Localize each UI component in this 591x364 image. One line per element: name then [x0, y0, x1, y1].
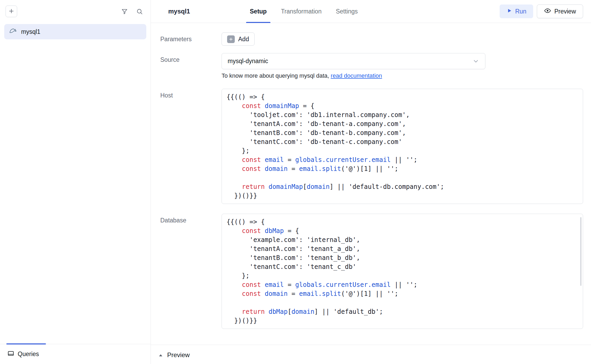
play-icon — [506, 8, 512, 15]
queries-tab-indicator — [6, 343, 46, 344]
tab-setup[interactable]: Setup — [246, 0, 270, 23]
source-label: Source — [160, 53, 222, 63]
host-code-editor[interactable]: {{(() => { const domainMap = { 'tooljet.… — [222, 89, 583, 204]
query-list-panel: mysql1 Queries — [0, 0, 151, 364]
queries-icon — [7, 350, 14, 358]
database-label: Database — [160, 214, 222, 224]
eye-icon — [544, 7, 551, 16]
database-row: Database {{(() => { const dbMap = { 'exa… — [160, 214, 583, 329]
caret-up-icon — [158, 351, 163, 358]
source-row: Source mysql-dynamic To know more about … — [160, 53, 583, 79]
preview-button-label: Preview — [554, 8, 576, 15]
host-row: Host {{(() => { const domainMap = { 'too… — [160, 89, 583, 204]
search-icon[interactable] — [136, 8, 143, 15]
tab-transformation[interactable]: Transformation — [277, 0, 325, 23]
filter-icon[interactable] — [121, 8, 128, 15]
query-list-item-mysql1[interactable]: mysql1 — [4, 24, 146, 39]
mysql-icon — [9, 27, 17, 36]
query-title: mysql1 — [168, 8, 190, 15]
read-documentation-link[interactable]: read documentation — [331, 72, 382, 79]
preview-panel-label: Preview — [167, 351, 190, 359]
add-parameter-label: Add — [238, 36, 249, 43]
scrollbar-thumb[interactable] — [580, 217, 581, 286]
add-parameter-button[interactable]: Add — [222, 32, 255, 46]
query-list-toolbar — [0, 0, 151, 17]
parameters-row: Parameters Add — [160, 32, 583, 46]
header-actions: Run Preview — [500, 4, 583, 18]
query-list: mysql1 — [0, 24, 151, 344]
tab-setup-label: Setup — [250, 8, 267, 15]
source-help-prefix: To know more about querying mysql data, — [222, 72, 331, 79]
queries-footer: Queries — [0, 344, 151, 364]
source-select[interactable]: mysql-dynamic — [222, 53, 485, 69]
preview-button[interactable]: Preview — [537, 4, 583, 18]
host-label: Host — [160, 89, 222, 99]
query-tabs: Setup Transformation Settings — [246, 0, 362, 23]
query-detail-panel: mysql1 Setup Transformation Settings Ru — [151, 0, 591, 364]
source-select-value: mysql-dynamic — [228, 58, 268, 65]
query-editor: mysql1 Queries mysql1 Setup Transformati… — [0, 0, 591, 364]
run-button-label: Run — [515, 8, 526, 15]
chevron-down-icon — [472, 58, 479, 65]
plus-icon — [227, 35, 235, 43]
parameters-label: Parameters — [160, 32, 222, 43]
run-button[interactable]: Run — [500, 4, 533, 18]
add-query-button[interactable] — [6, 6, 17, 17]
queries-tab[interactable]: Queries — [7, 350, 39, 358]
setup-form: Parameters Add Source mysql-dynamic — [151, 23, 591, 342]
preview-panel-header[interactable]: Preview — [151, 345, 591, 364]
database-code-editor[interactable]: {{(() => { const dbMap = { 'example.com'… — [222, 214, 583, 329]
queries-tab-label: Queries — [18, 351, 39, 358]
tab-settings[interactable]: Settings — [332, 0, 362, 23]
query-item-label: mysql1 — [21, 28, 40, 35]
tab-transformation-label: Transformation — [281, 8, 322, 15]
query-header: mysql1 Setup Transformation Settings Ru — [151, 0, 591, 23]
tab-settings-label: Settings — [336, 8, 358, 15]
source-help-text: To know more about querying mysql data, … — [222, 72, 583, 79]
plus-icon — [8, 8, 15, 15]
